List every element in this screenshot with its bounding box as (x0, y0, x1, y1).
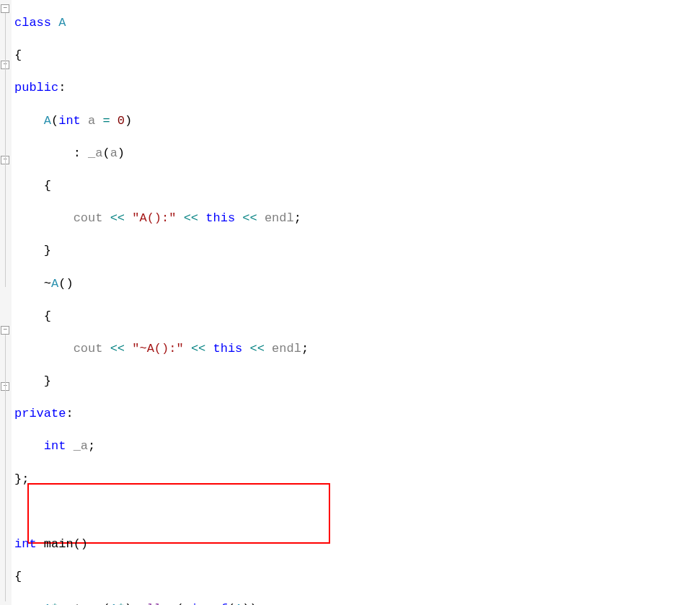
string-literal: "A():" (132, 211, 176, 225)
class-name: A (58, 16, 66, 30)
code-line: : _a(a) (12, 144, 700, 163)
code-line (12, 503, 700, 521)
function-call: malloc (132, 602, 176, 605)
code-line: } (12, 372, 700, 391)
keyword: int (44, 439, 66, 453)
code-line: { (12, 568, 700, 586)
code-line: int _a; (12, 437, 700, 456)
keyword: public (14, 81, 58, 94)
code-line: cout << "~A():" << this << endl; (12, 340, 700, 358)
string-literal: "~A():" (132, 342, 183, 356)
keyword: class (14, 16, 51, 30)
code-line: } (12, 242, 700, 260)
fold-icon-main[interactable]: − (1, 326, 9, 335)
code-line: A(int a = 0) (12, 112, 700, 131)
code-line: { (12, 46, 700, 65)
keyword: this (205, 211, 235, 225)
keyword: private (14, 407, 66, 420)
function-name: main (44, 537, 74, 551)
code-area: class A { public: A(int a = 0) : _a(a) {… (12, 0, 700, 605)
code-line: cout << "A():" << this << endl; (12, 209, 700, 228)
code-line: int main() (12, 535, 700, 554)
code-line: A* p1 = (A*)malloc(sizeof(A)); (12, 600, 700, 605)
code-line: public: (12, 79, 700, 97)
code-line: private: (12, 405, 700, 423)
fold-line (5, 335, 6, 601)
keyword: sizeof (184, 602, 228, 605)
destructor-name: A (51, 277, 58, 291)
code-line: }; (12, 470, 700, 489)
code-line: { (12, 307, 700, 326)
fold-gutter (0, 0, 12, 605)
keyword: int (58, 114, 81, 128)
constructor-name: A (44, 114, 51, 128)
fold-icon-class[interactable]: − (1, 4, 9, 13)
code-line: class A (12, 14, 700, 32)
keyword: this (213, 342, 242, 356)
code-line: ~A() (12, 275, 700, 293)
code-line: { (12, 177, 700, 195)
keyword: int (14, 537, 37, 551)
fold-line (5, 13, 6, 287)
